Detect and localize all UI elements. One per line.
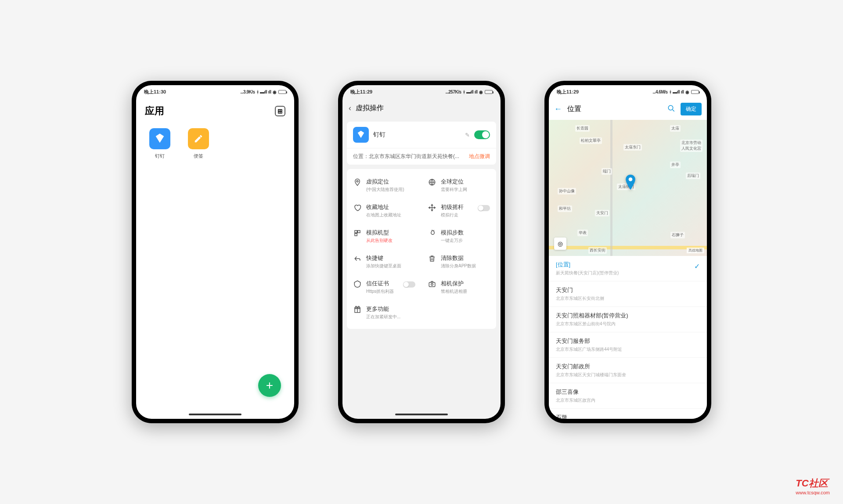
content-1: 应用 ⊞ 钉钉 便签 + — [136, 98, 294, 419]
confirm-button[interactable]: 确定 — [681, 103, 702, 115]
home-indicator[interactable] — [395, 414, 448, 415]
result-item[interactable]: 邵三喜像 北京市东城区故宫内 — [549, 383, 707, 409]
map-poi-label: 孙中山像 — [558, 188, 576, 194]
wifi-icon: ◉ — [685, 90, 689, 94]
bluetooth-icon: ᚼ — [256, 90, 259, 94]
app-name: 钉钉 — [373, 131, 462, 139]
svg-point-8 — [668, 105, 673, 110]
notes-icon — [188, 128, 209, 149]
status-bar: 晚上11:30 ...3.9K/s ᚼ ▬ıll ıll ◉ — [136, 85, 294, 98]
globe-icon — [428, 178, 436, 187]
screen-1: 晚上11:30 ...3.9K/s ᚼ ▬ıll ıll ◉ 应用 ⊞ 钉钉 — [136, 85, 294, 419]
result-item[interactable]: [位置] 新天苑快餐(天安门店)(暂停营业) ✓ — [549, 256, 707, 281]
edit-icon[interactable]: ✎ — [465, 132, 470, 138]
phone-2: 晚上11:29 ...257K/s ᚼ ▬ıll ıll ◉ ‹ 虚拟操作 钉钉… — [338, 81, 505, 423]
location-adjust-link[interactable]: 地点微调 — [469, 153, 490, 160]
app-dingtalk[interactable]: 钉钉 — [149, 128, 170, 159]
dingtalk-icon — [149, 128, 170, 149]
svg-rect-3 — [358, 230, 360, 233]
search-icon[interactable] — [667, 104, 675, 114]
status-right: ...257K/s ᚼ ▬ıll ıll ◉ — [445, 90, 493, 94]
status-right: ...3.9K/s ᚼ ▬ıll ıll ◉ — [240, 90, 286, 94]
wifi-icon: ◉ — [273, 90, 277, 94]
map-poi-label: 井亭 — [670, 162, 681, 168]
status-time: 晚上11:29 — [350, 89, 372, 95]
back-button[interactable]: ← — [554, 104, 562, 114]
virtual-ops-header: ‹ 虚拟操作 — [342, 98, 501, 118]
feature-virtual-location[interactable]: 虚拟定位(中国大陆推荐使用) — [347, 173, 422, 198]
svg-rect-4 — [355, 234, 357, 236]
svg-point-9 — [628, 177, 632, 181]
phone-1: 晚上11:30 ...3.9K/s ᚼ ▬ıll ıll ◉ 应用 ⊞ 钉钉 — [132, 81, 299, 423]
result-item[interactable]: 天安门邮政所 北京市东城区天安门城楼端门东面舍 — [549, 358, 707, 383]
plus-icon: + — [266, 378, 273, 392]
feature-shortcut[interactable]: 快捷键添加快捷键至桌面 — [347, 249, 422, 274]
map-poi-label: 西长安街 — [588, 247, 607, 254]
feature-device-model[interactable]: 模拟机型从此告别硬改 — [347, 223, 422, 249]
locate-button[interactable]: ◎ — [554, 238, 566, 250]
status-speed: ...4.6M/s — [652, 90, 667, 94]
status-bar: 晚上11:29 ...4.6M/s ᚼ ▬ıll ıll ◉ — [549, 85, 707, 98]
feature-global-location[interactable]: 全球定位需要科学上网 — [422, 173, 496, 198]
signal-icon: ▬ıll ıll — [260, 90, 271, 94]
location-header: ← 位置 确定 — [549, 98, 707, 120]
signal-icon: ▬ıll ıll — [466, 90, 477, 94]
app-name-label: 钉钉 — [155, 153, 165, 159]
heart-icon — [353, 203, 362, 212]
screen-2: 晚上11:29 ...257K/s ᚼ ▬ıll ıll ◉ ‹ 虚拟操作 钉钉… — [342, 85, 501, 419]
status-right: ...4.6M/s ᚼ ▬ıll ıll ◉ — [652, 90, 699, 94]
result-item[interactable]: 天安门照相器材部(暂停营业) 北京市东城区景山前街4号院内 — [549, 307, 707, 332]
tag-icon — [353, 280, 362, 288]
feature-step-count[interactable]: 模拟步数一键走万步 — [422, 223, 496, 249]
apps-header: 应用 ⊞ — [136, 98, 294, 124]
check-icon: ✓ — [694, 262, 700, 270]
map-pin-icon — [625, 174, 636, 186]
result-item[interactable]: 天安门 北京市东城区长安街北侧 — [549, 281, 707, 307]
map-view[interactable]: 长青园 太庙 松柏文翠亭 太庙东门 北京市劳动 人民文化宫 端门 井亭 孙中山像… — [549, 120, 707, 256]
app-notes[interactable]: 便签 — [188, 128, 209, 159]
header-title: 位置 — [567, 104, 662, 114]
status-time: 晚上11:29 — [557, 89, 579, 95]
battery-icon — [485, 90, 493, 94]
status-speed: ...3.9K/s — [240, 90, 255, 94]
location-row[interactable]: 位置：北京市东城区东华门街道新天苑快餐(... 地点微调 — [347, 148, 496, 165]
map-road — [549, 246, 707, 249]
svg-rect-5 — [429, 282, 435, 287]
camera-icon — [428, 280, 436, 288]
feature-camera-protect[interactable]: 相机保护禁相机进相册 — [422, 274, 496, 300]
app-info-row: 钉钉 ✎ — [347, 122, 496, 148]
map-poi-label: 华表 — [577, 230, 588, 236]
map-poi-label: 天安门 — [595, 210, 609, 216]
apps-grid: 钉钉 便签 — [136, 124, 294, 164]
features-grid: 虚拟定位(中国大陆推荐使用) 全球定位需要科学上网 收藏地址在地图上收藏地址 初… — [347, 169, 496, 329]
location-text: 位置：北京市东城区东华门街道新天苑快餐(... — [353, 153, 469, 160]
watermark-brand: TC社区 — [796, 477, 830, 490]
location-pin-icon — [353, 178, 362, 187]
map-poi-label: 太庙 — [670, 125, 681, 132]
back-button[interactable]: ‹ — [349, 104, 351, 113]
joystick-toggle[interactable] — [478, 205, 490, 211]
location-results-list[interactable]: [位置] 新天苑快餐(天安门店)(暂停营业) ✓ 天安门 北京市东城区长安街北侧… — [549, 256, 707, 419]
content-3: ← 位置 确定 长青园 太庙 松柏文翠亭 太庙东门 北京市劳动 人民文化宫 端门… — [549, 98, 707, 419]
result-item[interactable]: 天安门服务部 北京市东城区广场东侧路44号附近 — [549, 332, 707, 358]
map-poi-label: 石狮子 — [670, 232, 685, 238]
cert-toggle[interactable] — [403, 281, 415, 288]
bluetooth-icon: ᚼ — [669, 90, 672, 94]
status-speed: ...257K/s — [445, 90, 461, 94]
feature-joystick[interactable]: 初级摇杆模拟行走 — [422, 198, 496, 223]
feature-trust-cert[interactable]: 信任证书Https抓包利器 — [347, 274, 422, 300]
feature-more[interactable]: 更多功能正在加紧研发中... — [347, 300, 422, 325]
status-time: 晚上11:30 — [144, 89, 166, 95]
master-toggle[interactable] — [474, 130, 490, 139]
add-app-icon[interactable]: ⊞ — [275, 106, 285, 116]
content-2: ‹ 虚拟操作 钉钉 ✎ 位置：北京市东城区东华门街道新天苑快餐(... 地点微调 — [342, 98, 501, 419]
map-attribution: 高德地图 — [687, 248, 704, 253]
result-item[interactable]: 石墩 北京市东城区劳动人民文化宫内 — [549, 409, 707, 419]
bluetooth-icon: ᚼ — [463, 90, 465, 94]
fab-add-button[interactable]: + — [258, 374, 281, 397]
map-road — [610, 120, 612, 256]
battery-icon — [278, 90, 286, 94]
feature-favorite-address[interactable]: 收藏地址在地图上收藏地址 — [347, 198, 422, 223]
feature-clear-data[interactable]: 清除数据清除分身APP数据 — [422, 249, 496, 274]
home-indicator[interactable] — [189, 414, 241, 415]
